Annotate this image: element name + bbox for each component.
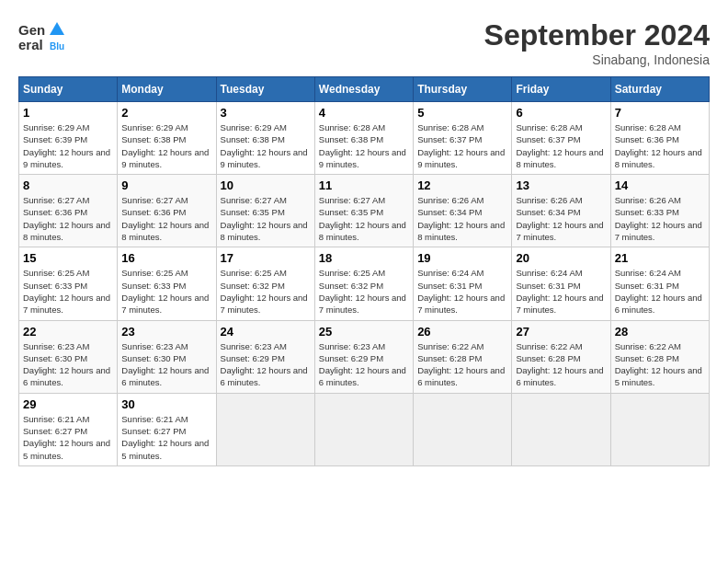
calendar-cell: 28 Sunrise: 6:22 AM Sunset: 6:28 PM Dayl… [610, 320, 709, 393]
sunset: Sunset: 6:36 PM [121, 207, 186, 217]
cell-info: Sunrise: 6:23 AM Sunset: 6:30 PM Dayligh… [121, 340, 211, 389]
sunrise: Sunrise: 6:27 AM [221, 195, 287, 205]
page-header: Gen eral Blue September 2024 Sinabang, I… [18, 18, 710, 67]
month-title: September 2024 [484, 18, 710, 52]
day-number: 19 [417, 251, 507, 265]
calendar-cell: 22 Sunrise: 6:23 AM Sunset: 6:30 PM Dayl… [19, 320, 118, 393]
day-number: 30 [121, 397, 211, 411]
daylight: Daylight: 12 hours and 7 minutes. [121, 293, 209, 315]
cell-info: Sunrise: 6:25 AM Sunset: 6:32 PM Dayligh… [221, 267, 311, 316]
sunrise: Sunrise: 6:27 AM [121, 195, 188, 205]
cell-info: Sunrise: 6:27 AM Sunset: 6:35 PM Dayligh… [319, 194, 409, 243]
sunset: Sunset: 6:31 PM [615, 281, 679, 291]
sunset: Sunset: 6:33 PM [23, 281, 87, 291]
header-day-friday: Friday [512, 77, 610, 102]
sunset: Sunset: 6:32 PM [221, 281, 285, 291]
daylight: Daylight: 12 hours and 7 minutes. [221, 293, 308, 315]
header-day-monday: Monday [118, 77, 216, 102]
daylight: Daylight: 12 hours and 6 minutes. [516, 365, 603, 387]
cell-info: Sunrise: 6:22 AM Sunset: 6:28 PM Dayligh… [516, 340, 606, 389]
header-day-saturday: Saturday [610, 77, 709, 102]
day-number: 24 [221, 325, 311, 339]
daylight: Daylight: 12 hours and 5 minutes. [121, 438, 209, 460]
sunrise: Sunrise: 6:28 AM [319, 122, 385, 132]
sunrise: Sunrise: 6:23 AM [221, 341, 287, 351]
calendar-table: SundayMondayTuesdayWednesdayThursdayFrid… [18, 76, 710, 466]
sunrise: Sunrise: 6:23 AM [23, 341, 89, 351]
calendar-cell: 13 Sunrise: 6:26 AM Sunset: 6:34 PM Dayl… [512, 175, 610, 247]
daylight: Daylight: 12 hours and 8 minutes. [516, 147, 603, 169]
sunset: Sunset: 6:38 PM [221, 134, 285, 144]
sunset: Sunset: 6:34 PM [516, 207, 580, 217]
cell-info: Sunrise: 6:23 AM Sunset: 6:29 PM Dayligh… [221, 340, 311, 389]
sunrise: Sunrise: 6:26 AM [516, 195, 582, 205]
calendar-cell: 3 Sunrise: 6:29 AM Sunset: 6:38 PM Dayli… [216, 102, 314, 175]
sunrise: Sunrise: 6:22 AM [417, 341, 483, 351]
sunrise: Sunrise: 6:24 AM [417, 268, 483, 278]
cell-info: Sunrise: 6:27 AM Sunset: 6:35 PM Dayligh… [221, 194, 311, 243]
sunrise: Sunrise: 6:27 AM [23, 195, 89, 205]
cell-info: Sunrise: 6:26 AM Sunset: 6:34 PM Dayligh… [417, 194, 507, 243]
sunrise: Sunrise: 6:22 AM [615, 341, 681, 351]
cell-info: Sunrise: 6:28 AM Sunset: 6:36 PM Dayligh… [615, 121, 705, 170]
calendar-cell: 26 Sunrise: 6:22 AM Sunset: 6:28 PM Dayl… [414, 320, 512, 393]
day-number: 4 [319, 106, 409, 120]
sunrise: Sunrise: 6:23 AM [121, 341, 188, 351]
daylight: Daylight: 12 hours and 8 minutes. [121, 220, 209, 242]
sunset: Sunset: 6:29 PM [221, 353, 285, 363]
day-number: 27 [516, 325, 606, 339]
daylight: Daylight: 12 hours and 6 minutes. [319, 365, 406, 387]
week-row-5: 29 Sunrise: 6:21 AM Sunset: 6:27 PM Dayl… [19, 393, 710, 465]
sunset: Sunset: 6:28 PM [417, 353, 482, 363]
calendar-cell: 24 Sunrise: 6:23 AM Sunset: 6:29 PM Dayl… [216, 320, 314, 393]
sunset: Sunset: 6:27 PM [23, 426, 87, 436]
sunset: Sunset: 6:38 PM [121, 134, 186, 144]
daylight: Daylight: 12 hours and 6 minutes. [417, 365, 505, 387]
cell-info: Sunrise: 6:24 AM Sunset: 6:31 PM Dayligh… [615, 267, 705, 316]
cell-info: Sunrise: 6:23 AM Sunset: 6:30 PM Dayligh… [23, 340, 113, 389]
sunset: Sunset: 6:36 PM [23, 207, 87, 217]
cell-info: Sunrise: 6:21 AM Sunset: 6:27 PM Dayligh… [121, 413, 211, 462]
week-row-1: 1 Sunrise: 6:29 AM Sunset: 6:39 PM Dayli… [19, 102, 710, 175]
day-number: 1 [23, 106, 113, 120]
day-number: 15 [23, 251, 113, 265]
calendar-cell: 16 Sunrise: 6:25 AM Sunset: 6:33 PM Dayl… [118, 247, 216, 320]
day-number: 5 [417, 106, 507, 120]
header-day-wednesday: Wednesday [314, 77, 413, 102]
sunrise: Sunrise: 6:25 AM [121, 268, 188, 278]
daylight: Daylight: 12 hours and 8 minutes. [615, 147, 702, 169]
daylight: Daylight: 12 hours and 6 minutes. [221, 365, 308, 387]
location: Sinabang, Indonesia [484, 52, 710, 67]
calendar-cell: 15 Sunrise: 6:25 AM Sunset: 6:33 PM Dayl… [19, 247, 118, 320]
day-number: 11 [319, 178, 409, 192]
daylight: Daylight: 12 hours and 7 minutes. [516, 293, 603, 315]
sunrise: Sunrise: 6:21 AM [23, 414, 89, 424]
daylight: Daylight: 12 hours and 7 minutes. [615, 220, 702, 242]
daylight: Daylight: 12 hours and 9 minutes. [23, 147, 110, 169]
calendar-cell: 19 Sunrise: 6:24 AM Sunset: 6:31 PM Dayl… [414, 247, 512, 320]
daylight: Daylight: 12 hours and 6 minutes. [121, 365, 209, 387]
daylight: Daylight: 12 hours and 8 minutes. [23, 220, 110, 242]
cell-info: Sunrise: 6:26 AM Sunset: 6:34 PM Dayligh… [516, 194, 606, 243]
sunset: Sunset: 6:30 PM [121, 353, 186, 363]
sunset: Sunset: 6:32 PM [319, 281, 383, 291]
calendar-cell: 20 Sunrise: 6:24 AM Sunset: 6:31 PM Dayl… [512, 247, 610, 320]
sunrise: Sunrise: 6:24 AM [516, 268, 582, 278]
title-area: September 2024 Sinabang, Indonesia [484, 18, 710, 67]
daylight: Daylight: 12 hours and 6 minutes. [23, 365, 110, 387]
day-number: 18 [319, 251, 409, 265]
day-number: 3 [221, 106, 311, 120]
calendar-cell [314, 393, 413, 465]
daylight: Daylight: 12 hours and 8 minutes. [221, 220, 308, 242]
sunrise: Sunrise: 6:22 AM [516, 341, 582, 351]
sunset: Sunset: 6:31 PM [417, 281, 482, 291]
cell-info: Sunrise: 6:23 AM Sunset: 6:29 PM Dayligh… [319, 340, 409, 389]
daylight: Daylight: 12 hours and 7 minutes. [417, 293, 505, 315]
calendar-cell: 14 Sunrise: 6:26 AM Sunset: 6:33 PM Dayl… [610, 175, 709, 247]
sunset: Sunset: 6:31 PM [516, 281, 580, 291]
header-row: SundayMondayTuesdayWednesdayThursdayFrid… [19, 77, 710, 102]
sunrise: Sunrise: 6:27 AM [319, 195, 385, 205]
calendar-cell: 27 Sunrise: 6:22 AM Sunset: 6:28 PM Dayl… [512, 320, 610, 393]
cell-info: Sunrise: 6:29 AM Sunset: 6:38 PM Dayligh… [221, 121, 311, 170]
cell-info: Sunrise: 6:29 AM Sunset: 6:38 PM Dayligh… [121, 121, 211, 170]
